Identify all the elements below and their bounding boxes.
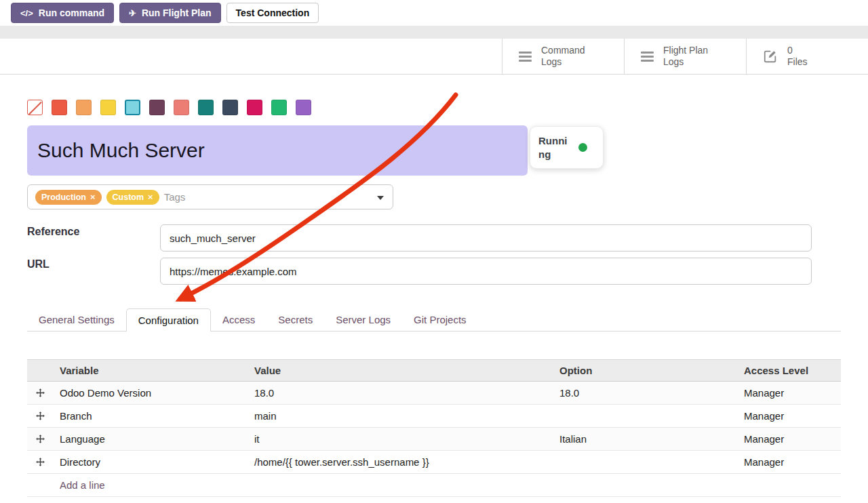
reference-value: such_much_server xyxy=(170,233,256,244)
tab-access[interactable]: Access xyxy=(211,308,267,331)
menu-icon xyxy=(641,56,654,58)
tag-custom[interactable]: Custom × xyxy=(106,190,159,205)
files-label: Files xyxy=(787,56,808,68)
top-toolbar: </> Run command ✈ Run Flight Plan Test C… xyxy=(0,0,868,26)
run-command-label: Run command xyxy=(39,7,104,18)
cell-value[interactable]: main xyxy=(248,410,553,422)
drag-handle-icon[interactable] xyxy=(27,434,53,444)
table-header-row: Variable Value Option Access Level xyxy=(27,359,841,382)
files-button[interactable]: 0 Files xyxy=(746,39,868,74)
table-row[interactable]: Language it Italian Manager xyxy=(27,428,841,451)
status-dot-icon xyxy=(578,143,587,152)
color-swatch[interactable] xyxy=(76,100,92,115)
test-connection-button[interactable]: Test Connection xyxy=(226,3,319,23)
reference-label: Reference xyxy=(27,226,79,238)
command-logs-button[interactable]: Command Logs xyxy=(502,39,624,74)
table-row[interactable]: Odoo Demo Version 18.0 18.0 Manager xyxy=(27,382,841,405)
color-swatch[interactable] xyxy=(198,100,214,115)
tag-production[interactable]: Production × xyxy=(35,190,102,205)
cell-value[interactable]: /home/{{ tower.server.ssh_username }} xyxy=(248,456,553,468)
code-icon: </> xyxy=(20,8,33,18)
stats-header: Command Logs Flight Plan Logs 0 Files xyxy=(0,39,868,75)
files-stat-label: 0 Files xyxy=(787,45,808,68)
plane-icon: ✈ xyxy=(129,8,136,18)
edit-icon xyxy=(763,49,778,64)
tag-label: Production xyxy=(41,193,86,202)
flight-plan-logs-button[interactable]: Flight Plan Logs xyxy=(624,39,746,74)
menu-icon xyxy=(519,56,532,58)
status-card: Running xyxy=(530,126,604,169)
tab-git-projects[interactable]: Git Projects xyxy=(402,308,478,331)
color-palette xyxy=(27,100,311,115)
color-swatch[interactable] xyxy=(271,100,287,115)
cell-option[interactable]: 18.0 xyxy=(553,387,737,399)
cell-variable[interactable]: Directory xyxy=(53,456,248,468)
url-label: URL xyxy=(27,258,50,270)
cell-variable[interactable]: Language xyxy=(53,433,248,445)
cell-access[interactable]: Manager xyxy=(737,433,841,445)
drag-handle-icon[interactable] xyxy=(27,457,53,467)
tag-label: Custom xyxy=(113,193,144,202)
color-swatch-selected[interactable] xyxy=(125,100,140,115)
url-input[interactable]: https://memes.example.com xyxy=(160,258,812,285)
header-value[interactable]: Value xyxy=(248,365,553,376)
color-swatch[interactable] xyxy=(296,100,311,115)
header-option[interactable]: Option xyxy=(553,365,737,376)
color-swatch-none[interactable] xyxy=(27,100,43,115)
drag-handle-icon[interactable] xyxy=(27,411,53,421)
cell-value[interactable]: it xyxy=(248,433,553,445)
tag-remove-icon[interactable]: × xyxy=(148,193,153,201)
tag-remove-icon[interactable]: × xyxy=(90,193,96,201)
configuration-table: Variable Value Option Access Level Odoo … xyxy=(27,359,841,497)
cell-variable[interactable]: Odoo Demo Version xyxy=(53,387,248,399)
test-connection-label: Test Connection xyxy=(236,7,310,18)
chevron-down-icon[interactable] xyxy=(377,196,384,200)
separator-band xyxy=(0,26,868,39)
cell-access[interactable]: Manager xyxy=(737,387,841,399)
url-value: https://memes.example.com xyxy=(170,266,297,277)
cell-value[interactable]: 18.0 xyxy=(248,387,553,399)
run-flight-plan-button[interactable]: ✈ Run Flight Plan xyxy=(119,3,221,23)
color-swatch[interactable] xyxy=(100,100,116,115)
status-text: Running xyxy=(538,134,572,161)
table-row[interactable]: Directory /home/{{ tower.server.ssh_user… xyxy=(27,451,841,474)
command-logs-label: Command Logs xyxy=(541,45,591,68)
table-body: Odoo Demo Version 18.0 18.0 Manager Bran… xyxy=(27,382,841,474)
tab-secrets[interactable]: Secrets xyxy=(267,308,324,331)
flight-plan-logs-label: Flight Plan Logs xyxy=(663,45,719,68)
cell-access[interactable]: Manager xyxy=(737,456,841,468)
server-name-text: Such Much Server xyxy=(37,139,205,162)
reference-input[interactable]: such_much_server xyxy=(160,224,812,252)
header-variable[interactable]: Variable xyxy=(53,365,248,376)
notebook-tabs: General Settings Configuration Access Se… xyxy=(27,308,841,331)
tab-server-logs[interactable]: Server Logs xyxy=(324,308,402,331)
tags-input[interactable]: Production × Custom × Tags xyxy=(27,184,393,209)
table-row[interactable]: Branch main Manager xyxy=(27,405,841,428)
files-count: 0 xyxy=(787,45,808,57)
drag-handle-icon[interactable] xyxy=(27,388,53,398)
add-a-line-link[interactable]: Add a line xyxy=(27,474,841,497)
tags-placeholder: Tags xyxy=(164,191,186,203)
color-swatch[interactable] xyxy=(222,100,238,115)
run-flight-plan-label: Run Flight Plan xyxy=(142,7,212,18)
cell-option[interactable]: Italian xyxy=(553,433,737,445)
server-form-page: </> Run command ✈ Run Flight Plan Test C… xyxy=(0,0,868,503)
header-access-level[interactable]: Access Level xyxy=(737,365,841,376)
color-swatch[interactable] xyxy=(149,100,165,115)
tab-configuration[interactable]: Configuration xyxy=(126,308,211,331)
server-name-input[interactable]: Such Much Server xyxy=(27,125,528,176)
cell-variable[interactable]: Branch xyxy=(53,410,248,422)
color-swatch[interactable] xyxy=(52,100,67,115)
cell-access[interactable]: Manager xyxy=(737,410,841,422)
tab-general-settings[interactable]: General Settings xyxy=(27,308,126,331)
color-swatch[interactable] xyxy=(174,100,189,115)
run-command-button[interactable]: </> Run command xyxy=(11,3,114,23)
color-swatch[interactable] xyxy=(247,100,262,115)
